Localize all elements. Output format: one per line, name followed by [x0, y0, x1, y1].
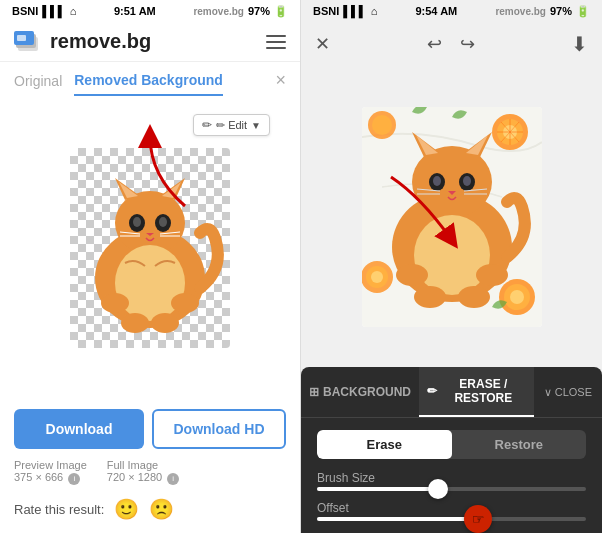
left-status-right: remove.bg 97% 🔋 [193, 5, 288, 18]
carrier-right: BSNI [313, 5, 339, 17]
svg-point-40 [510, 290, 524, 304]
tab-background[interactable]: ⊞ BACKGROUND [301, 375, 419, 409]
right-status-right: remove.bg 97% 🔋 [495, 5, 590, 18]
svg-point-12 [133, 217, 141, 227]
full-info-icon[interactable]: i [167, 473, 179, 485]
thumbs-down-icon[interactable]: 🙁 [149, 497, 174, 521]
signal-icon-right: ▌▌▌ [343, 5, 366, 17]
battery-icon-left: 🔋 [274, 5, 288, 18]
svg-point-50 [463, 176, 471, 186]
tabs-row: Original Removed Background × [0, 62, 300, 96]
cat-image-preview [70, 148, 230, 348]
tab-original[interactable]: Original [14, 73, 62, 95]
hamburger-line1 [266, 35, 286, 37]
svg-point-37 [371, 271, 383, 283]
erase-restore-toggle: Erase Restore [317, 430, 586, 459]
svg-point-60 [458, 286, 490, 308]
logo-text: remove.bg [50, 30, 151, 53]
image-info: Preview Image 375 × 666 i Full Image 720… [0, 459, 300, 493]
svg-point-57 [396, 264, 428, 286]
offset-track[interactable]: ☞ [317, 517, 586, 521]
offset-thumb[interactable]: ☞ [464, 505, 492, 533]
chevron-down-icon: ∨ [544, 386, 552, 399]
battery-right: 97% [550, 5, 572, 17]
time-right: 9:54 AM [415, 5, 457, 17]
layers-icon: ⊞ [309, 385, 319, 399]
edit-caret-icon: ▼ [251, 120, 261, 131]
carrier-left: BSNI [12, 5, 38, 17]
download-icon-button[interactable]: ⬇ [569, 30, 590, 58]
image-area: ✏ ✏ Edit ▼ [0, 96, 300, 399]
hand-cursor-icon: ☞ [472, 511, 485, 527]
background-pattern [362, 107, 542, 327]
svg-point-22 [121, 313, 149, 333]
toolbar-tabs: ⊞ BACKGROUND ✏ ERASE / RESTORE ∨ CLOSE [301, 367, 602, 418]
right-header-icons: ↩ ↪ [425, 31, 477, 57]
rate-row: Rate this result: 🙂 🙁 [0, 493, 300, 533]
wifi-icon-right: ⌂ [371, 5, 378, 17]
erase-restore-panel: Erase Restore Brush Size Offset [301, 418, 602, 533]
svg-point-13 [159, 217, 167, 227]
toolbar-close-btn[interactable]: ∨ CLOSE [534, 376, 602, 409]
battery-left: 97% [248, 5, 270, 17]
left-status-bar: BSNI ▌▌▌ ⌂ 9:51 AM remove.bg 97% 🔋 [0, 0, 300, 22]
right-panel: BSNI ▌▌▌ ⌂ 9:54 AM remove.bg 97% 🔋 ✕ ↩ ↪… [301, 0, 602, 533]
svg-point-21 [171, 293, 199, 313]
tab-erase-restore[interactable]: ✏ ERASE / RESTORE [419, 367, 534, 417]
svg-point-56 [414, 215, 490, 295]
brush-size-control: Brush Size [317, 471, 586, 491]
tab-close-icon[interactable]: × [275, 70, 286, 91]
offset-control: Offset ☞ [317, 501, 586, 521]
eraser-icon: ✏ [427, 384, 437, 398]
preview-info: Preview Image 375 × 666 i [14, 459, 87, 485]
edit-icon: ✏ [202, 118, 212, 132]
undo-button[interactable]: ↩ [425, 31, 444, 57]
cat-with-background [362, 107, 542, 327]
logo: remove.bg [14, 30, 151, 53]
tab-removed-bg[interactable]: Removed Background [74, 72, 223, 96]
svg-rect-3 [17, 35, 26, 41]
logo-icon [14, 31, 42, 53]
download-button[interactable]: Download [14, 409, 144, 449]
left-status-left: BSNI ▌▌▌ ⌂ [12, 5, 76, 17]
redo-button[interactable]: ↪ [458, 31, 477, 57]
wifi-icon: ⌂ [70, 5, 77, 17]
rate-label: Rate this result: [14, 502, 104, 517]
hamburger-line3 [266, 47, 286, 49]
offset-label: Offset [317, 501, 586, 515]
restore-toggle-btn[interactable]: Restore [452, 430, 587, 459]
svg-point-20 [101, 293, 129, 313]
close-button-right[interactable]: ✕ [313, 31, 332, 57]
right-image-area [301, 66, 602, 367]
action-buttons: Download Download HD [0, 399, 300, 459]
background-image [362, 107, 542, 327]
preview-label: Preview Image [14, 459, 87, 471]
thumbs-up-icon[interactable]: 🙂 [114, 497, 139, 521]
tab-erase-restore-label: ERASE / RESTORE [441, 377, 526, 405]
time-left: 9:51 AM [114, 5, 156, 17]
right-header: ✕ ↩ ↪ ⬇ [301, 22, 602, 66]
svg-point-58 [476, 264, 508, 286]
download-hd-button[interactable]: Download HD [152, 409, 286, 449]
erase-toggle-btn[interactable]: Erase [317, 430, 452, 459]
url-left: remove.bg [193, 6, 244, 17]
left-header: remove.bg [0, 22, 300, 62]
edit-button[interactable]: ✏ ✏ Edit ▼ [193, 114, 270, 136]
tab-background-label: BACKGROUND [323, 385, 411, 399]
preview-info-icon[interactable]: i [68, 473, 80, 485]
edit-label: ✏ Edit [216, 119, 247, 132]
brush-size-fill [317, 487, 438, 491]
full-label: Full Image [107, 459, 158, 471]
svg-point-49 [433, 176, 441, 186]
preview-size: 375 × 666 [14, 471, 63, 483]
brush-size-thumb[interactable] [428, 479, 448, 499]
right-status-left: BSNI ▌▌▌ ⌂ [313, 5, 377, 17]
svg-point-34 [372, 115, 392, 135]
svg-point-23 [151, 313, 179, 333]
svg-point-59 [414, 286, 446, 308]
full-info: Full Image 720 × 1280 i [107, 459, 179, 485]
url-right: remove.bg [495, 6, 546, 17]
brush-size-label: Brush Size [317, 471, 586, 485]
hamburger-menu[interactable] [266, 35, 286, 49]
brush-size-track[interactable] [317, 487, 586, 491]
